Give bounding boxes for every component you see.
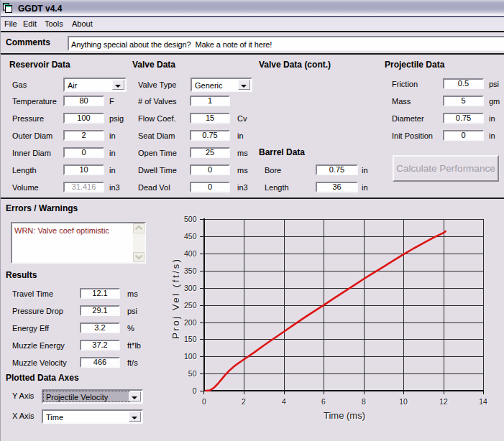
svg-text:0: 0 [202, 397, 206, 406]
svg-text:6: 6 [321, 397, 326, 406]
svg-text:2: 2 [242, 397, 246, 406]
svg-text:50: 50 [188, 369, 197, 378]
svg-text:10: 10 [399, 397, 408, 406]
svg-text:400: 400 [184, 249, 197, 258]
svg-text:14: 14 [479, 397, 487, 406]
svg-text:450: 450 [184, 232, 197, 241]
svg-text:8: 8 [362, 397, 366, 406]
svg-text:300: 300 [184, 284, 197, 292]
svg-text:200: 200 [184, 318, 197, 327]
svg-text:500: 500 [184, 215, 197, 223]
svg-text:4: 4 [282, 397, 286, 406]
svg-text:12: 12 [439, 397, 448, 406]
svg-text:150: 150 [184, 335, 197, 343]
svg-text:250: 250 [184, 301, 197, 310]
svg-text:0: 0 [193, 386, 197, 395]
svg-text:Time (ms): Time (ms) [324, 410, 365, 421]
svg-text:350: 350 [184, 266, 197, 275]
svg-text:100: 100 [184, 352, 197, 361]
svg-text:Proj Vel (ft/s): Proj Vel (ft/s) [170, 257, 181, 338]
